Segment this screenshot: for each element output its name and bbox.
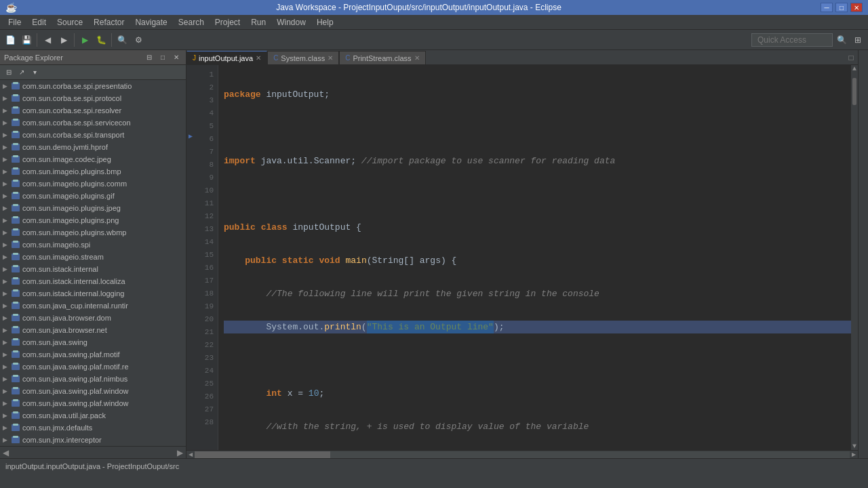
tree-item-20[interactable]: ▶com.sun.java.browser.net [0,324,186,336]
save-button[interactable]: 💾 [19,33,34,47]
sidebar-maximize-button[interactable]: □ [157,52,168,63]
link-editor-button[interactable]: ↗ [16,66,28,79]
tree-item-12[interactable]: ▶com.sun.imageio.plugins.wbmp [0,226,186,239]
sidebar-minimize-button[interactable]: ⊟ [144,52,155,63]
maximize-editor-button[interactable]: □ [844,51,858,64]
prev-button[interactable]: ◀ [40,33,55,47]
h-scroll-right-button[interactable]: ▶ [850,451,858,459]
tree-item-2[interactable]: ▶com.sun.corba.se.spi.resolver [0,104,186,117]
scroll-thumb[interactable] [852,78,856,105]
line-num-1: 1 [195,68,218,81]
scroll-right-button[interactable]: ▶ [177,448,183,458]
tab-inputoutput-close[interactable]: ✕ [256,54,261,62]
menu-run[interactable]: Run [245,16,271,28]
line-num-28: 28 [195,415,218,428]
tab-system-close[interactable]: ✕ [328,54,333,62]
tree-item-28[interactable]: ▶com.sun.jmx.defaults [0,422,186,434]
scroll-left-button[interactable]: ◀ [3,448,9,458]
menu-refactor[interactable]: Refactor [88,16,130,28]
quick-access-input[interactable] [751,33,833,47]
tree-item-21[interactable]: ▶com.sun.java.swing [0,336,186,348]
gutter-mark-20 [186,310,195,323]
tree-item-27[interactable]: ▶com.sun.java.util.jar.pack [0,409,186,422]
tab-printstream-close[interactable]: ✕ [414,54,420,62]
collapse-all-button[interactable]: ⊟ [3,66,15,79]
tree-item-3[interactable]: ▶com.sun.corba.se.spi.servicecon [0,117,186,129]
tree-item-5[interactable]: ▶com.sun.demo.jvmti.hprof [0,141,186,153]
tree-item-0[interactable]: ▶com.sun.corba.se.spi.presentatio [0,80,186,92]
sidebar-close-button[interactable]: ✕ [171,52,182,63]
editor-scrollbar[interactable]: ▲ ▼ [851,65,858,450]
gutter-mark-18 [186,284,195,297]
svg-rect-11 [13,143,18,145]
gutter-mark-27 [186,400,195,413]
h-scroll-thumb[interactable] [195,451,330,458]
svg-rect-47 [13,363,18,365]
svg-rect-23 [13,216,18,218]
tree-item-10[interactable]: ▶com.sun.imageio.plugins.jpeg [0,202,186,214]
menu-help[interactable]: Help [311,16,339,28]
minimize-button[interactable]: ─ [821,3,833,12]
menu-search[interactable]: Search [173,16,210,28]
menu-window[interactable]: Window [271,16,311,28]
tree-item-6[interactable]: ▶com.sun.image.codec.jpeg [0,153,186,165]
tree-item-17[interactable]: ▶com.sun.istack.internal.logging [0,287,186,300]
quick-access-icon[interactable]: 🔍 [834,33,849,47]
gutter-mark-21 [186,323,195,336]
maximize-button[interactable]: □ [835,3,848,12]
code-content[interactable]: package inputOutput; import java.util.Sc… [218,65,851,450]
new-button[interactable]: 📄 [3,33,18,47]
line-num-2: 2 [195,81,218,94]
menu-navigate[interactable]: Navigate [130,16,172,28]
tree-item-18[interactable]: ▶com.sun.java_cup.internal.runtir [0,300,186,312]
h-scroll-area[interactable] [195,451,850,458]
tree-item-14[interactable]: ▶com.sun.imageio.stream [0,251,186,263]
next-button[interactable]: ▶ [56,33,71,47]
tab-system[interactable]: C System.class ✕ [267,51,339,64]
tree-item-11[interactable]: ▶com.sun.imageio.plugins.png [0,214,186,226]
code-line-8: System.out.println("This is an Output li… [224,321,851,333]
h-scroll-left-button[interactable]: ◀ [186,451,195,459]
tree-item-7[interactable]: ▶com.sun.imageio.plugins.bmp [0,165,186,178]
tree-item-26[interactable]: ▶com.sun.java.swing.plaf.window [0,397,186,409]
code-editor[interactable]: ▶ [186,65,858,450]
svg-rect-51 [13,387,18,389]
search-button[interactable]: 🔍 [115,33,130,47]
scroll-down-button[interactable]: ▼ [851,443,858,450]
tree-item-22[interactable]: ▶com.sun.java.swing.plaf.motif [0,348,186,361]
line-num-13: 13 [195,222,218,235]
tree-item-19[interactable]: ▶com.sun.java.browser.dom [0,312,186,324]
gutter-mark-10 [186,181,195,194]
gutter-mark-3 [186,91,195,104]
close-button[interactable]: ✕ [850,3,863,12]
tab-inputoutput[interactable]: J inputOutput.java ✕ [186,51,267,64]
settings-button[interactable]: ⚙ [131,33,146,47]
tree-item-29[interactable]: ▶com.sun.jmx.interceptor [0,434,186,446]
tree-item-16[interactable]: ▶com.sun.istack.internal.localiza [0,275,186,287]
tree-item-25[interactable]: ▶com.sun.java.swing.plaf.window [0,385,186,397]
scroll-up-button[interactable]: ▲ [851,65,858,73]
menu-source[interactable]: Source [52,16,88,28]
perspective-button[interactable]: ⊞ [850,33,865,47]
tree-item-9[interactable]: ▶com.sun.imageio.plugins.gif [0,190,186,202]
sidebar-view-menu-button[interactable]: ▾ [28,66,41,79]
tree-item-13[interactable]: ▶com.sun.imageio.spi [0,239,186,251]
tree-item-24[interactable]: ▶com.sun.java.swing.plaf.nimbus [0,373,186,385]
menu-edit[interactable]: Edit [26,16,52,28]
tree-item-8[interactable]: ▶com.sun.imageio.plugins.comm [0,178,186,190]
svg-rect-25 [13,228,18,230]
menu-file[interactable]: File [3,16,26,28]
tree-item-1[interactable]: ▶com.sun.corba.se.spi.protocol [0,92,186,104]
tree-item-23[interactable]: ▶com.sun.java.swing.plaf.motif.re [0,361,186,373]
gutter-mark-6: ▶ [186,129,195,142]
line-num-19: 19 [195,300,218,312]
status-text: inputOutput.inputOutput.java - ProjectIn… [5,462,179,470]
run-button[interactable]: ▶ [77,33,92,47]
tree-item-15[interactable]: ▶com.sun.istack.internal [0,263,186,275]
tab-printstream[interactable]: C PrintStream.class ✕ [339,51,425,64]
debug-button[interactable]: 🐛 [94,33,108,47]
menu-project[interactable]: Project [210,16,245,28]
svg-rect-21 [13,204,18,206]
editor-area: J inputOutput.java ✕ C System.class ✕ C … [186,50,858,458]
tree-item-4[interactable]: ▶com.sun.corba.se.spi.transport [0,129,186,141]
